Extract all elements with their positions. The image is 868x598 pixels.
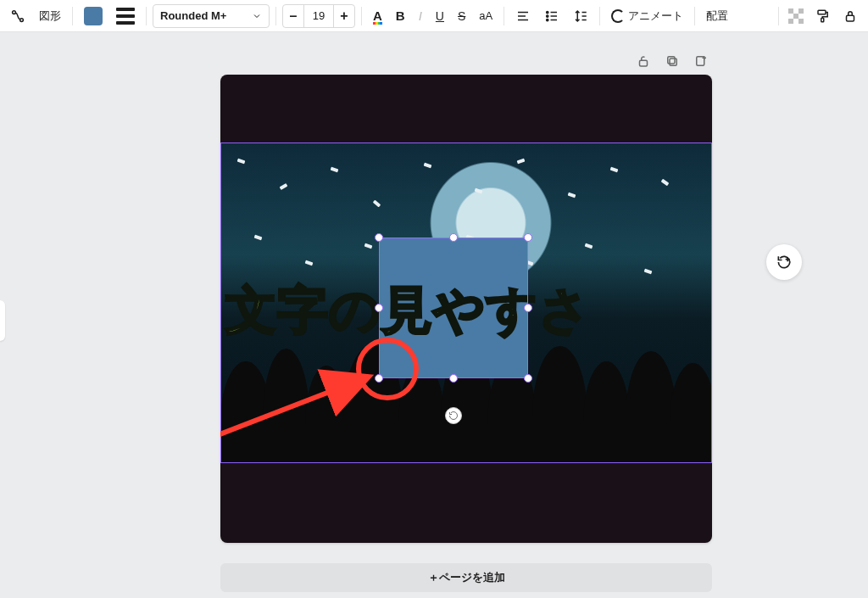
- svg-rect-15: [788, 8, 793, 14]
- underline-button[interactable]: U: [431, 4, 449, 28]
- resize-handle-s[interactable]: [449, 374, 458, 383]
- svg-line-29: [220, 378, 364, 456]
- separator: [778, 7, 779, 25]
- page-controls: [635, 53, 709, 70]
- top-toolbar: 図形 Rounded M+ – 19 + A B I U S aA: [0, 0, 868, 32]
- design-page[interactable]: 文字の見やすさ: [220, 75, 712, 543]
- toolbar-right-group: [776, 4, 863, 28]
- svg-rect-18: [788, 19, 793, 24]
- separator: [694, 7, 695, 25]
- text-color-icon: A: [373, 8, 382, 23]
- font-size-value[interactable]: 19: [303, 5, 334, 27]
- font-size-increase[interactable]: +: [334, 8, 354, 24]
- resize-handle-ne[interactable]: [524, 233, 532, 242]
- strikethrough-button[interactable]: S: [453, 4, 470, 28]
- separator: [504, 7, 504, 25]
- svg-rect-23: [640, 60, 648, 66]
- resize-handle-n[interactable]: [449, 233, 458, 242]
- separator: [361, 7, 362, 25]
- strike-label: S: [458, 9, 465, 23]
- svg-rect-20: [818, 10, 826, 14]
- svg-rect-25: [668, 57, 675, 64]
- svg-rect-17: [793, 14, 798, 19]
- rotate-icon: [448, 411, 459, 421]
- resize-handle-nw[interactable]: [375, 233, 383, 242]
- svg-rect-24: [670, 59, 676, 65]
- fill-color-swatch: [84, 7, 103, 25]
- position-button[interactable]: 配置: [701, 4, 733, 28]
- separator: [275, 7, 276, 25]
- bold-label: B: [396, 8, 405, 23]
- resize-handle-w[interactable]: [375, 304, 383, 312]
- list-button[interactable]: [539, 4, 565, 28]
- case-label: aA: [479, 9, 492, 22]
- border-style-icon: [116, 8, 135, 25]
- lock-button[interactable]: [837, 4, 863, 28]
- animate-label: アニメート: [628, 8, 683, 24]
- refresh-plus-icon: [776, 254, 793, 271]
- italic-button[interactable]: I: [414, 4, 427, 28]
- chevron-down-icon: [252, 11, 262, 21]
- animate-button[interactable]: アニメート: [606, 4, 688, 28]
- duplicate-icon: [665, 53, 680, 69]
- font-size-decrease[interactable]: –: [283, 8, 303, 24]
- underline-label: U: [436, 9, 444, 23]
- resize-handle-e[interactable]: [524, 304, 532, 312]
- text-color-button[interactable]: A: [368, 4, 387, 28]
- copy-style-button[interactable]: [810, 4, 836, 28]
- animate-icon: [611, 9, 625, 23]
- separator: [146, 7, 147, 25]
- fill-color-button[interactable]: [79, 4, 108, 28]
- separator: [72, 7, 73, 25]
- vector-edit-icon: [10, 8, 25, 24]
- quick-action-fab[interactable]: [766, 244, 802, 280]
- resize-handle-se[interactable]: [524, 374, 532, 383]
- shape-label-button[interactable]: 図形: [34, 4, 66, 28]
- font-size-stepper: – 19 +: [282, 4, 355, 28]
- new-page-icon: [693, 53, 709, 69]
- paint-roller-icon: [815, 8, 831, 24]
- duplicate-page-button[interactable]: [664, 53, 681, 70]
- shape-label-text: 図形: [39, 8, 61, 24]
- rotate-handle[interactable]: [445, 407, 462, 424]
- svg-rect-16: [798, 8, 804, 14]
- edit-shape-button[interactable]: [5, 4, 31, 28]
- font-family-value: Rounded M+: [160, 9, 226, 22]
- left-panel-toggle[interactable]: [0, 300, 5, 341]
- italic-label: I: [419, 8, 422, 23]
- align-button[interactable]: [510, 4, 536, 28]
- line-spacing-icon: [573, 8, 588, 24]
- lock-icon: [843, 8, 858, 24]
- add-page-button[interactable]: ＋ページを追加: [220, 563, 712, 592]
- text-color-letter: A: [373, 8, 382, 23]
- svg-rect-19: [798, 19, 804, 24]
- align-icon: [515, 8, 531, 24]
- bold-button[interactable]: B: [391, 4, 410, 28]
- position-label: 配置: [706, 8, 728, 24]
- page-lock-button[interactable]: [635, 53, 652, 70]
- transparency-button[interactable]: [783, 4, 809, 28]
- checker-icon: [788, 8, 804, 24]
- border-style-button[interactable]: [111, 4, 140, 28]
- unlock-icon: [636, 53, 651, 69]
- spacing-button[interactable]: [568, 4, 593, 28]
- add-page-label: ＋ページを追加: [428, 571, 505, 585]
- svg-point-5: [547, 11, 548, 13]
- add-page-icon-button[interactable]: [693, 53, 709, 70]
- canvas-area[interactable]: 文字の見やすさ: [220, 75, 712, 543]
- list-icon: [544, 8, 559, 24]
- svg-rect-21: [821, 18, 824, 22]
- svg-point-7: [547, 19, 548, 20]
- svg-point-6: [547, 14, 548, 16]
- text-case-button[interactable]: aA: [474, 4, 498, 28]
- font-family-select[interactable]: Rounded M+: [153, 4, 270, 28]
- svg-rect-22: [847, 15, 854, 21]
- annotation-arrow: [220, 363, 392, 465]
- separator: [599, 7, 600, 25]
